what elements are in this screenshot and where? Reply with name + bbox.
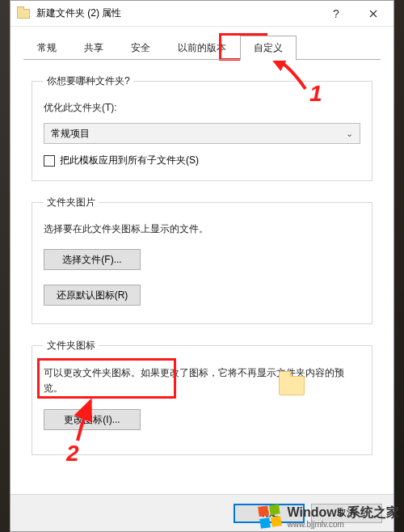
folder-picture-desc: 选择要在此文件夹图标上显示的文件。 — [44, 222, 360, 236]
group-legend: 文件夹图标 — [44, 339, 99, 353]
tab-general[interactable]: 常规 — [23, 36, 70, 61]
tab-label: 自定义 — [254, 42, 283, 53]
watermark: Windows 系统之家 www.bjjmlv.com — [259, 505, 399, 529]
close-icon — [369, 10, 377, 18]
change-icon-button[interactable]: 更改图标(I)... — [44, 409, 141, 430]
group-folder-type: 你想要哪种文件夹? 优化此文件夹(T): 常规项目 ⌄ 把此模板应用到所有子文件… — [32, 74, 372, 181]
tab-sharing[interactable]: 共享 — [70, 36, 117, 61]
titlebar: 新建文件夹 (2) 属性 ? — [11, 1, 393, 27]
optimize-label: 优化此文件夹(T): — [44, 101, 360, 115]
optimize-select[interactable]: 常规项目 ⌄ — [44, 123, 360, 144]
restore-default-button[interactable]: 还原默认图标(R) — [44, 285, 141, 306]
apply-subfolders-checkbox[interactable]: 把此模板应用到所有子文件夹(S) — [44, 154, 360, 167]
group-folder-icon: 文件夹图标 可以更改文件夹图标。如果更改了图标，它将不再显示文件夹内容的预览。 … — [32, 339, 372, 455]
tab-label: 共享 — [84, 42, 103, 53]
tab-previous-versions[interactable]: 以前的版本 — [164, 36, 240, 61]
group-folder-picture: 文件夹图片 选择要在此文件夹图标上显示的文件。 选择文件(F)... 还原默认图… — [32, 196, 372, 324]
checkbox-box — [44, 155, 55, 167]
choose-file-button[interactable]: 选择文件(F)... — [44, 249, 141, 270]
tab-underline — [23, 59, 381, 60]
button-label: 还原默认图标(R) — [57, 289, 128, 302]
group-legend: 文件夹图片 — [44, 196, 99, 209]
windows-logo-icon — [259, 504, 284, 530]
help-button[interactable]: ? — [318, 2, 355, 26]
watermark-title: Windows 系统之家 — [287, 505, 399, 521]
select-value: 常规项目 — [51, 127, 90, 141]
tab-body-customize: 你想要哪种文件夹? 优化此文件夹(T): 常规项目 ⌄ 把此模板应用到所有子文件… — [11, 60, 393, 476]
tab-security[interactable]: 安全 — [117, 36, 164, 61]
folder-icon-desc: 可以更改文件夹图标。如果更改了图标，它将不再显示文件夹内容的预览。 — [44, 365, 360, 396]
button-label: 选择文件(F)... — [62, 253, 121, 267]
close-button[interactable] — [355, 2, 392, 26]
tab-label: 以前的版本 — [178, 42, 226, 53]
tab-customize[interactable]: 自定义 — [240, 36, 297, 61]
folder-icon-preview — [279, 376, 305, 395]
tab-label: 常规 — [37, 42, 57, 53]
tab-label: 安全 — [131, 42, 150, 53]
properties-dialog: 新建文件夹 (2) 属性 ? 常规 共享 安全 以前的版本 自定义 你想要哪种文… — [10, 0, 394, 532]
window-controls: ? — [318, 2, 392, 26]
checkbox-label: 把此模板应用到所有子文件夹(S) — [60, 154, 199, 167]
group-legend: 你想要哪种文件夹? — [44, 74, 133, 88]
chevron-down-icon: ⌄ — [346, 129, 353, 139]
folder-icon — [17, 9, 30, 19]
tabstrip: 常规 共享 安全 以前的版本 自定义 — [11, 27, 393, 60]
window-title: 新建文件夹 (2) 属性 — [36, 6, 318, 20]
button-label: 更改图标(I)... — [64, 413, 120, 427]
